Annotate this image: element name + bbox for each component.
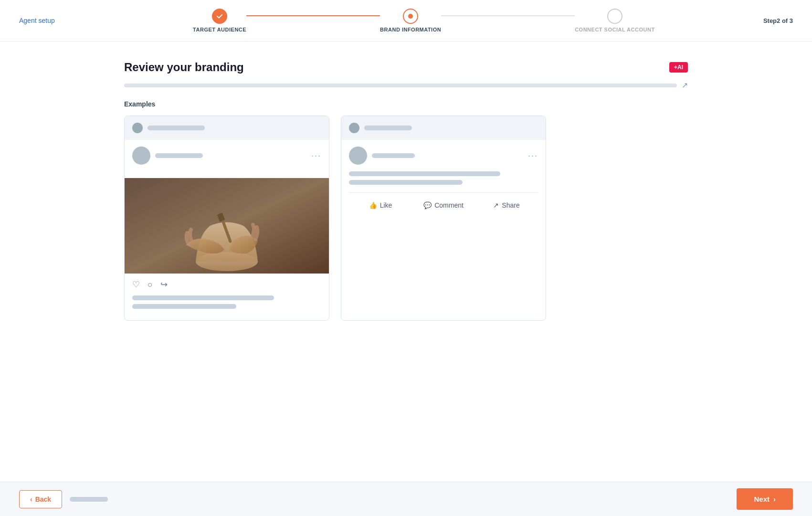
ig-user-left (132, 147, 203, 165)
fb-comment-button[interactable]: 💬 Comment (412, 199, 475, 212)
fb-more-icon[interactable]: ··· (528, 151, 538, 161)
header: Agent setup TARGET AUDIENCE BRAND INFORM… (0, 0, 812, 42)
step-1: TARGET AUDIENCE (193, 9, 246, 32)
step-1-circle (212, 9, 227, 24)
footer-placeholder-bar (70, 497, 108, 502)
fb-top-placeholder (364, 126, 412, 130)
fb-user-row: ··· (349, 147, 538, 165)
ig-top-avatar (132, 123, 143, 133)
fb-text-line-1 (349, 171, 500, 176)
step-2-circle (403, 9, 418, 24)
ig-caption-area (125, 295, 329, 320)
facebook-card: ··· 👍 Like 💬 Comment ↗ (341, 116, 546, 321)
step-3-circle (607, 9, 622, 24)
ig-caption-line-1 (132, 295, 274, 300)
next-button[interactable]: Next › (737, 488, 793, 510)
fb-share-icon: ↗ (493, 201, 499, 209)
fb-avatar (349, 147, 367, 165)
ig-caption-line-2 (132, 304, 236, 309)
page-title: Review your branding (124, 61, 244, 74)
back-label: Back (35, 495, 51, 503)
stepper: TARGET AUDIENCE BRAND INFORMATION CONNEC… (55, 9, 793, 32)
page-title-row: Review your branding +AI (124, 61, 688, 74)
ig-user-row: ··· (132, 147, 321, 165)
fb-username-placeholder (372, 153, 415, 158)
ig-post-image (125, 178, 329, 274)
ig-actions-row: ♡ ○ ↪ (125, 274, 329, 295)
fb-top-avatar (349, 123, 359, 133)
ig-share-icon[interactable]: ↪ (160, 279, 168, 290)
next-chevron-icon: › (773, 495, 776, 503)
fb-comment-icon: 💬 (423, 201, 432, 209)
ig-like-icon[interactable]: ♡ (132, 279, 140, 290)
fb-social-actions: 👍 Like 💬 Comment ↗ Share (349, 192, 538, 212)
instagram-top-bar (125, 116, 329, 140)
examples-grid: ··· (124, 116, 688, 321)
fb-share-label: Share (502, 201, 519, 209)
main-content: Review your branding +AI ↗ Examples ··· (0, 42, 812, 340)
fb-top-bar (341, 116, 546, 140)
fb-user-left (349, 147, 415, 165)
fb-content: ··· 👍 Like 💬 Comment ↗ (341, 140, 546, 219)
back-chevron-icon: ‹ (30, 495, 32, 503)
fb-share-button[interactable]: ↗ Share (475, 199, 538, 212)
step-2: BRAND INFORMATION (380, 9, 441, 32)
ai-badge[interactable]: +AI (669, 62, 688, 73)
fb-like-icon: 👍 (369, 201, 377, 209)
step-1-label: TARGET AUDIENCE (193, 27, 246, 32)
step-3-label: CONNECT SOCIAL ACCOUNT (575, 27, 654, 32)
examples-label: Examples (124, 100, 688, 108)
ig-more-icon[interactable]: ··· (311, 151, 321, 161)
progress-bar (124, 84, 677, 87)
fb-text-line-2 (349, 180, 463, 185)
step-2-label: BRAND INFORMATION (380, 27, 441, 32)
ig-username-placeholder (155, 153, 203, 158)
progress-bar-row: ↗ (124, 81, 688, 90)
connector-1 (246, 15, 380, 16)
next-label: Next (754, 495, 770, 503)
external-link-icon[interactable]: ↗ (682, 81, 688, 90)
ig-comment-icon[interactable]: ○ (148, 280, 153, 290)
fb-comment-label: Comment (434, 201, 464, 209)
instagram-content: ··· (125, 140, 329, 178)
fb-like-label: Like (380, 201, 392, 209)
instagram-card: ··· (124, 116, 329, 321)
connector-2 (441, 15, 575, 16)
ig-top-placeholder (148, 126, 205, 130)
step-of-label: Step2 of 3 (763, 17, 793, 24)
ig-avatar (132, 147, 150, 165)
agent-setup-label: Agent setup (19, 17, 55, 24)
footer-left: ‹ Back (19, 490, 108, 508)
fb-like-button[interactable]: 👍 Like (349, 199, 412, 212)
footer: ‹ Back Next › (0, 482, 812, 516)
fb-post-text (349, 171, 538, 185)
back-button[interactable]: ‹ Back (19, 490, 62, 508)
step-3: CONNECT SOCIAL ACCOUNT (575, 9, 654, 32)
